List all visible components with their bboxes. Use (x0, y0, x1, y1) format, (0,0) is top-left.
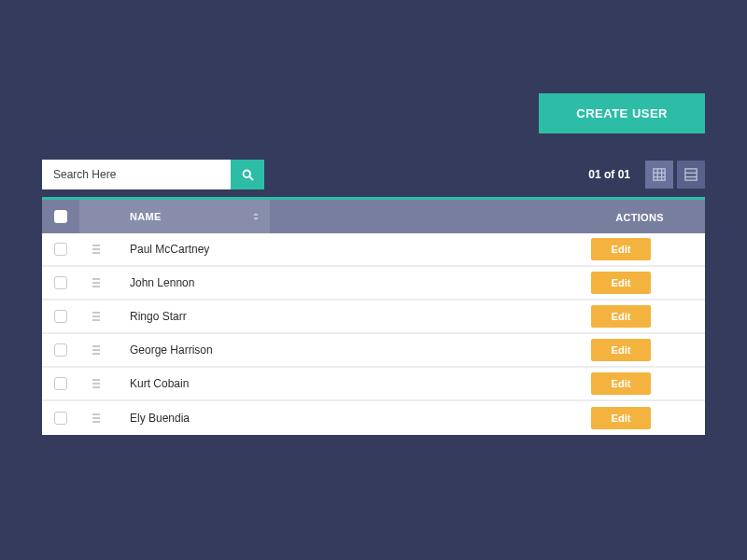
users-table: NAME ACTIONS Paul McCartneyEditJohn Lenn… (42, 197, 705, 435)
user-name: Ringo Starr (113, 310, 574, 323)
column-name-header[interactable]: NAME (79, 200, 270, 233)
create-user-button[interactable]: CREATE USER (539, 93, 705, 133)
edit-button[interactable]: Edit (591, 339, 652, 361)
list-view-button[interactable] (677, 161, 705, 189)
svg-rect-2 (654, 169, 665, 180)
drag-handle[interactable] (79, 312, 113, 321)
select-all-checkbox[interactable] (54, 210, 67, 223)
svg-rect-7 (685, 169, 697, 180)
page-info: 01 of 01 (588, 168, 630, 181)
search-icon (241, 168, 255, 182)
user-name: Kurt Cobain (113, 377, 574, 390)
edit-button[interactable]: Edit (591, 372, 652, 395)
list-icon (684, 168, 698, 181)
row-checkbox[interactable] (54, 412, 67, 425)
column-actions-label: ACTIONS (615, 212, 664, 223)
drag-handle[interactable] (79, 345, 113, 355)
user-name: Paul McCartney (113, 243, 574, 256)
edit-button[interactable]: Edit (591, 407, 652, 429)
table-row: John LennonEdit (42, 267, 705, 301)
search-input[interactable] (42, 160, 231, 189)
table-row: Kurt CobainEdit (42, 368, 705, 401)
edit-button[interactable]: Edit (591, 272, 652, 294)
user-name: George Harrison (113, 343, 574, 357)
grid-icon (653, 168, 666, 181)
grid-view-button[interactable] (645, 161, 673, 189)
user-name: Ely Buendia (113, 412, 574, 425)
svg-point-0 (243, 170, 250, 177)
drag-handle[interactable] (79, 245, 113, 254)
table-row: Ely BuendiaEdit (42, 401, 705, 435)
drag-handle[interactable] (79, 379, 113, 388)
search-button[interactable] (231, 160, 264, 189)
edit-button[interactable]: Edit (591, 305, 652, 328)
column-name-label: NAME (130, 211, 162, 222)
table-row: Ringo StarrEdit (42, 301, 705, 334)
user-name: John Lennon (113, 276, 574, 289)
drag-handle[interactable] (79, 413, 113, 423)
row-checkbox[interactable] (54, 276, 67, 289)
svg-line-1 (249, 176, 253, 180)
row-checkbox[interactable] (54, 310, 67, 323)
sort-icon (253, 213, 259, 220)
edit-button[interactable]: Edit (591, 238, 652, 260)
table-header: NAME ACTIONS (42, 200, 705, 233)
row-checkbox[interactable] (54, 243, 67, 256)
table-row: Paul McCartneyEdit (42, 233, 705, 267)
row-checkbox[interactable] (54, 377, 67, 390)
row-checkbox[interactable] (54, 343, 67, 357)
table-row: George HarrisonEdit (42, 334, 705, 368)
search (42, 160, 264, 189)
drag-handle[interactable] (79, 278, 113, 287)
